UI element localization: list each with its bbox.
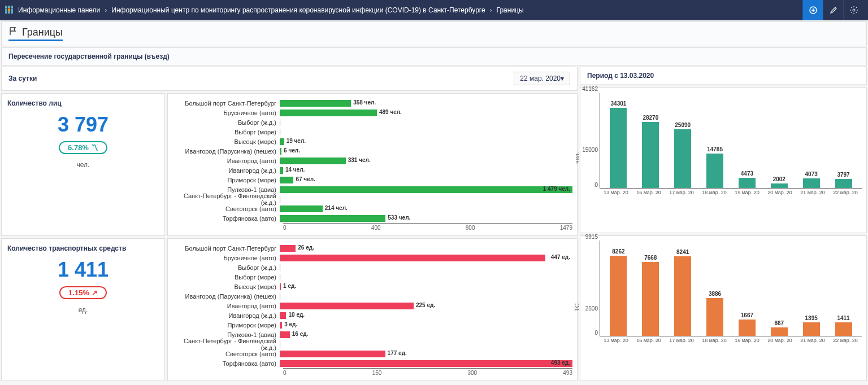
- svg-rect-0: [5, 6, 7, 8]
- vbar-ytick: 0: [594, 330, 598, 336]
- kpi-vehicles-value: 1 411: [7, 258, 159, 282]
- vbar-ylabel: ТС: [574, 303, 580, 312]
- hbar-category: Высоцк (море): [172, 283, 280, 290]
- vbar-ytick: 2500: [585, 305, 598, 312]
- vbar-bar: [674, 256, 691, 336]
- hbar-bar: [280, 255, 545, 261]
- vbar-category: 20 мар. 20: [763, 338, 796, 343]
- vbar-category: 22 мар. 20: [829, 190, 862, 195]
- hbar-value: 489 чел.: [379, 109, 402, 115]
- period-panel: Период с 13.03.2020: [580, 67, 867, 85]
- hbar-value: 331 чел.: [348, 157, 371, 163]
- vbar-ylabel: чел.: [574, 152, 580, 164]
- vbar-category: 16 мар. 20: [632, 190, 665, 195]
- crumb-sep: ›: [105, 6, 107, 14]
- hbar-category: Ивангород (авто): [172, 158, 280, 164]
- hbar-bar: [280, 186, 572, 193]
- vbar-value: 1411: [837, 315, 849, 321]
- vbar-bar: [835, 322, 852, 336]
- vbar-bar: [610, 256, 627, 336]
- edit-button[interactable]: [823, 0, 843, 20]
- hbar-category: Выборг (море): [172, 129, 280, 135]
- vbar-category: 18 мар. 20: [698, 338, 731, 343]
- hbar-xtick: 493: [563, 370, 572, 376]
- date-picker[interactable]: 22 мар. 2020▾: [514, 72, 570, 85]
- hbar-category: Брусничное (авто): [172, 255, 280, 261]
- hbar-category: Торфяновка (авто): [172, 360, 280, 367]
- vbar-category: 22 мар. 20: [829, 338, 862, 343]
- breadcrumb-2[interactable]: Границы: [497, 6, 524, 14]
- hbar-bar: [280, 138, 284, 145]
- hbar-vehicles-chart: Большой порт Санкт-Петербург26 ед.Брусни…: [167, 238, 578, 381]
- vbar-vehicles-chart: ТС02500991582627668824138861667867139514…: [580, 235, 867, 381]
- hbar-xtick: 400: [371, 225, 381, 231]
- hbar-value: 214 чел.: [325, 205, 348, 211]
- hbar-value: 6 чел.: [284, 147, 300, 154]
- hbar-category: Выборг (ж.д.): [172, 264, 280, 271]
- vbar-value: 28270: [643, 115, 658, 121]
- vbar-value: 3886: [709, 291, 721, 297]
- vbar-ytick: 15000: [582, 147, 598, 153]
- vbar-bar: [835, 179, 852, 188]
- vbar-value: 3797: [837, 172, 849, 178]
- page-title-text: Границы: [22, 27, 63, 38]
- hbar-value: 14 чел.: [285, 167, 305, 173]
- vbar-bar: [642, 262, 659, 336]
- vbar-category: 21 мар. 20: [796, 190, 829, 195]
- hbar-value: 3 ед.: [284, 321, 297, 327]
- svg-rect-8: [11, 11, 13, 14]
- hbar-category: Выборг (море): [172, 274, 280, 281]
- kpi-persons-unit: чел.: [7, 161, 159, 169]
- hbar-bar: [280, 360, 572, 367]
- vbar-value: 2002: [773, 176, 785, 182]
- vbar-value: 4473: [741, 170, 753, 177]
- hbar-category: Ивангород (авто): [172, 303, 280, 309]
- vbar-bar: [610, 108, 627, 188]
- hbar-bar: [280, 351, 385, 357]
- hbar-category: Выборг (ж.д.): [172, 119, 280, 126]
- hbar-bar: [280, 322, 282, 329]
- breadcrumb-0[interactable]: Информационные панели: [18, 6, 100, 14]
- vbar-value: 14785: [707, 146, 723, 152]
- hbar-bar: [280, 148, 281, 155]
- hbar-bar: [280, 177, 293, 183]
- hbar-category: Торфяновка (авто): [172, 215, 280, 222]
- settings-button[interactable]: [843, 0, 863, 20]
- vbar-value: 34301: [611, 100, 627, 107]
- vbar-bar: [771, 327, 788, 336]
- svg-rect-6: [5, 11, 7, 14]
- kpi-persons-title: Количество лиц: [7, 99, 159, 107]
- hbar-category: Приморск (море): [172, 322, 280, 329]
- vbar-persons-chart: чел.015000411623430128270250901478544732…: [580, 88, 867, 233]
- daily-label: За сутки: [8, 75, 37, 82]
- hbar-category: Санкт-Петербург - Финляндский (ж.д.): [172, 193, 280, 206]
- vbar-category: 17 мар. 20: [665, 190, 698, 195]
- hbar-value: 16 ед.: [292, 331, 309, 337]
- hbar-value: 493 ед.: [551, 360, 570, 366]
- vbar-category: 13 мар. 20: [600, 338, 632, 343]
- page-header: Границы: [1, 21, 867, 46]
- hbar-bar: [280, 110, 377, 116]
- add-button[interactable]: [802, 0, 823, 20]
- vbar-bar: [706, 154, 723, 188]
- svg-rect-5: [11, 8, 13, 11]
- hbar-bar: [280, 167, 283, 174]
- hbar-value: 225 ед.: [416, 302, 435, 308]
- svg-rect-3: [5, 8, 7, 11]
- hbar-bar: [280, 245, 296, 252]
- vbar-ytick: 41162: [582, 86, 598, 92]
- hbar-bar: [280, 215, 385, 222]
- hbar-value: 19 чел.: [287, 138, 306, 144]
- vbar-bar: [739, 320, 756, 336]
- hbar-category: Светогорск (авто): [172, 205, 280, 212]
- hbar-xtick: 800: [466, 225, 475, 231]
- hbar-persons-chart: Большой порт Санкт-Петербург358 чел.Брус…: [167, 93, 578, 236]
- hbar-bar: [280, 303, 414, 309]
- kpi-vehicles-delta: 1.15%↗: [59, 286, 107, 299]
- breadcrumb-1[interactable]: Информационный центр по мониторингу расп…: [111, 6, 485, 14]
- hbar-xtick: 150: [372, 370, 382, 376]
- vbar-category: 17 мар. 20: [665, 338, 698, 343]
- hbar-category: Санкт-Петербург - Финляндский (ж.д.): [172, 338, 280, 351]
- kpi-persons: Количество лиц 3 797 6.78%〽 чел.: [1, 93, 165, 236]
- hbar-value: 67 чел.: [296, 176, 315, 182]
